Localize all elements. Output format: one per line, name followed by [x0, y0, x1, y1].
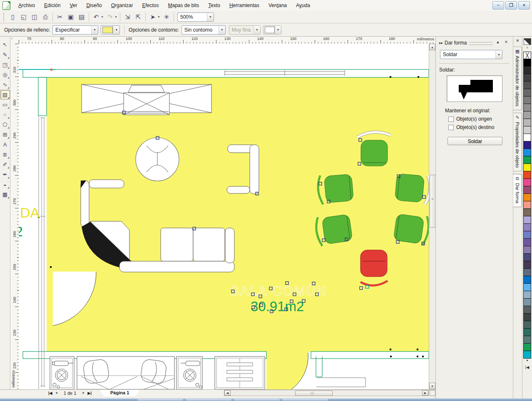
docker-grabber[interactable] [469, 42, 493, 45]
bed[interactable] [77, 356, 174, 389]
docker-title-bar[interactable]: ▸▸ Dar forma ▲ ✕ [439, 39, 510, 47]
color-swatch[interactable] [523, 149, 531, 156]
color-swatch[interactable] [523, 351, 531, 359]
color-swatch[interactable] [523, 314, 531, 321]
palette-scroll-down-icon[interactable]: ▼ [524, 359, 531, 364]
menu-ayuda[interactable]: Ayuda [291, 1, 315, 10]
docker-collapse-icon[interactable]: ▲ [495, 40, 501, 46]
zoom-level-combo[interactable]: 500% ▼ [177, 12, 214, 22]
import-button[interactable]: ⇲ [122, 12, 133, 22]
color-swatch[interactable] [523, 141, 531, 149]
taskbar-window-button[interactable] [282, 399, 328, 401]
color-swatch[interactable] [523, 261, 531, 269]
room-area-label[interactable]: 30.91m2 [251, 299, 304, 314]
docker-pin-icon[interactable]: ▸▸ [439, 41, 443, 45]
menu-ver[interactable]: Ver [65, 1, 82, 10]
color-swatch[interactable] [523, 336, 531, 344]
outline-tool[interactable]: ✒ [0, 170, 10, 179]
nightstand-left[interactable] [50, 356, 74, 389]
color-swatch[interactable] [523, 321, 531, 329]
save-button[interactable]: ◫ [29, 12, 40, 22]
color-swatch[interactable] [523, 74, 531, 82]
horizontal-ruler[interactable]: milímetros 70809010011012013014015016017… [19, 37, 435, 44]
palette-expand-icon[interactable]: |◀ [524, 365, 531, 370]
close-window-button[interactable]: × [518, 1, 530, 10]
chevron-down-icon[interactable]: ▼ [113, 26, 119, 34]
ruler-origin[interactable]: ⁘ [10, 37, 19, 44]
vertical-ruler[interactable]: milímetros 31030029028027026025024023022… [10, 44, 19, 389]
outline-width-combo[interactable]: Muy fina ▼ [229, 25, 261, 35]
menu-efectos[interactable]: Efectos [137, 1, 163, 10]
fill-mode-combo[interactable]: Especificar ▼ [52, 25, 98, 35]
taskbar-window-button[interactable] [186, 399, 231, 401]
menu-archivo[interactable]: Archivo [14, 1, 40, 10]
rectangle-tool[interactable]: ▭ [0, 100, 10, 109]
nightstand-right[interactable] [177, 356, 202, 389]
horizontal-scroll-thumb[interactable] [295, 391, 333, 396]
docker-tab-propiedades-de-objeto[interactable]: ✎Propiedades de objeto [513, 113, 522, 171]
color-swatch[interactable] [523, 126, 531, 134]
paste-button[interactable]: ▤ [76, 12, 87, 22]
first-page-button[interactable]: |◀ [47, 391, 54, 395]
color-swatch[interactable] [523, 179, 531, 186]
color-swatch[interactable] [523, 164, 531, 171]
scroll-down-icon[interactable]: ▼ [429, 383, 435, 389]
color-swatch[interactable] [523, 329, 531, 336]
docker-close-icon[interactable]: ✕ [503, 40, 510, 46]
color-swatch[interactable] [523, 254, 531, 261]
color-swatch[interactable] [523, 201, 531, 209]
window-left[interactable] [39, 116, 45, 389]
shape-tool[interactable]: ✎ [0, 50, 10, 59]
cut-button[interactable]: ✂ [55, 12, 65, 22]
clipped-room-label[interactable]: DA [20, 205, 40, 220]
export-button[interactable]: ⇱ [133, 12, 144, 22]
toolbar-grip[interactable] [3, 13, 6, 21]
minimize-window-button[interactable]: – [492, 1, 504, 10]
menu-herramientas[interactable]: Herramientas [225, 1, 264, 10]
chevron-down-icon[interactable]: ▼ [254, 26, 260, 34]
color-swatch[interactable] [523, 269, 531, 276]
counter-step[interactable] [316, 378, 365, 387]
smart-fill-tool[interactable]: ▧ [0, 90, 10, 99]
restore-window-button[interactable]: ❐ [505, 1, 517, 10]
color-swatch[interactable] [523, 82, 531, 89]
chevron-down-icon[interactable]: ▼ [275, 26, 281, 34]
corel-online-button[interactable]: ✳ [161, 12, 172, 22]
dresser[interactable] [215, 356, 265, 389]
color-swatch[interactable] [523, 134, 531, 141]
copy-button[interactable]: ▣ [65, 12, 76, 22]
fill-tool[interactable]: ◒ [0, 180, 10, 189]
palette-scroll-up-icon[interactable]: ▲ [524, 46, 531, 51]
color-swatch[interactable] [523, 344, 531, 351]
color-swatch[interactable] [523, 299, 531, 306]
scroll-left-icon[interactable]: ◀ [224, 390, 231, 396]
color-swatch[interactable] [523, 239, 531, 246]
new-button[interactable]: ▯ [7, 12, 18, 22]
palette-options-icon[interactable] [524, 38, 531, 45]
color-swatch[interactable] [523, 194, 531, 201]
docker-tab-dar-forma[interactable]: ⧉Dar forma [513, 174, 522, 207]
room-label[interactable]: SALA COMÚN [230, 284, 327, 298]
target-objects-checkbox[interactable] [448, 125, 454, 130]
blend-tool[interactable]: ≣ [0, 150, 10, 159]
chevron-down-icon[interactable]: ▼ [91, 26, 98, 34]
text-tool[interactable]: A [0, 140, 10, 149]
redo-button[interactable]: ↷ [104, 12, 115, 22]
chevron-down-icon[interactable]: ▼ [207, 13, 214, 21]
last-page-button[interactable]: ▶| [86, 391, 93, 395]
scroll-up-icon[interactable]: ▲ [429, 44, 435, 50]
chevron-down-icon[interactable]: ▼ [101, 15, 104, 18]
color-swatch[interactable] [523, 59, 531, 67]
add-page-before-button[interactable]: + [54, 391, 59, 395]
chevron-down-icon[interactable]: ▼ [219, 26, 225, 34]
print-button[interactable]: ⎙ [40, 12, 51, 22]
menu-diseño[interactable]: Diseño [82, 1, 106, 10]
color-swatch[interactable] [523, 231, 531, 239]
color-swatch[interactable] [523, 156, 531, 164]
color-swatch[interactable] [523, 171, 531, 179]
color-swatch[interactable] [523, 291, 531, 299]
chevron-down-icon[interactable]: ▼ [157, 15, 161, 18]
color-swatch[interactable] [523, 119, 531, 126]
weld-apply-button[interactable]: Soldar [447, 137, 502, 145]
vertical-scroll-thumb[interactable] [430, 175, 436, 228]
